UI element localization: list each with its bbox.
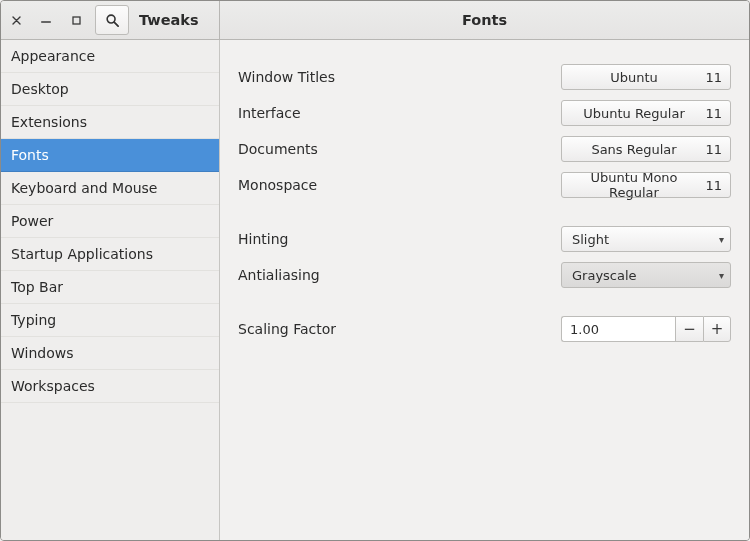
minimize-button[interactable] xyxy=(33,7,59,33)
sidebar-item-appearance[interactable]: Appearance xyxy=(1,40,219,73)
font-size: 11 xyxy=(705,173,722,197)
label-hinting: Hinting xyxy=(238,231,438,247)
sidebar-item-typing[interactable]: Typing xyxy=(1,304,219,337)
maximize-button[interactable] xyxy=(63,7,89,33)
font-size: 11 xyxy=(705,101,722,125)
scaling-factor-value[interactable]: 1.00 xyxy=(561,316,675,342)
dropdown-antialiasing[interactable]: Grayscale ▾ xyxy=(561,262,731,288)
font-name: Sans Regular xyxy=(570,142,698,157)
sidebar-item-keyboard-and-mouse[interactable]: Keyboard and Mouse xyxy=(1,172,219,205)
headerbar-left: Tweaks xyxy=(1,1,220,39)
label-window-titles: Window Titles xyxy=(238,69,438,85)
search-icon xyxy=(105,13,120,28)
sidebar-item-power[interactable]: Power xyxy=(1,205,219,238)
headerbar-right: Fonts xyxy=(220,1,749,39)
dropdown-hinting[interactable]: Slight ▾ xyxy=(561,226,731,252)
font-name: Ubuntu xyxy=(570,70,698,85)
label-antialiasing: Antialiasing xyxy=(238,267,438,283)
page-title: Fonts xyxy=(462,12,507,28)
app-title: Tweaks xyxy=(139,12,199,28)
dropdown-value: Grayscale xyxy=(572,268,719,283)
font-name: Ubuntu Regular xyxy=(570,106,698,121)
close-button[interactable] xyxy=(3,7,29,33)
font-button-documents[interactable]: Sans Regular 11 xyxy=(561,136,731,162)
chevron-down-icon: ▾ xyxy=(719,234,724,245)
svg-rect-0 xyxy=(73,17,80,24)
dropdown-value: Slight xyxy=(572,232,719,247)
font-button-monospace[interactable]: Ubuntu Mono Regular 11 xyxy=(561,172,731,198)
content-area: Window Titles Ubuntu 11 Interface Ubuntu… xyxy=(220,40,749,540)
label-interface: Interface xyxy=(238,105,438,121)
font-button-window-titles[interactable]: Ubuntu 11 xyxy=(561,64,731,90)
sidebar-item-fonts[interactable]: Fonts xyxy=(1,139,219,172)
scaling-factor-increment[interactable]: + xyxy=(703,316,731,342)
spinbox-scaling-factor: 1.00 − + xyxy=(561,316,731,342)
headerbar: Tweaks Fonts xyxy=(1,1,749,40)
sidebar-item-windows[interactable]: Windows xyxy=(1,337,219,370)
font-size: 11 xyxy=(705,65,722,89)
search-button[interactable] xyxy=(95,5,129,35)
chevron-down-icon: ▾ xyxy=(719,270,724,281)
sidebar-item-extensions[interactable]: Extensions xyxy=(1,106,219,139)
sidebar-item-desktop[interactable]: Desktop xyxy=(1,73,219,106)
label-scaling-factor: Scaling Factor xyxy=(238,321,438,337)
sidebar-item-top-bar[interactable]: Top Bar xyxy=(1,271,219,304)
sidebar-item-workspaces[interactable]: Workspaces xyxy=(1,370,219,403)
label-documents: Documents xyxy=(238,141,438,157)
sidebar-item-startup-applications[interactable]: Startup Applications xyxy=(1,238,219,271)
font-button-interface[interactable]: Ubuntu Regular 11 xyxy=(561,100,731,126)
font-size: 11 xyxy=(705,137,722,161)
label-monospace: Monospace xyxy=(238,177,438,193)
sidebar: AppearanceDesktopExtensionsFontsKeyboard… xyxy=(1,40,220,540)
font-name: Ubuntu Mono Regular xyxy=(570,170,698,200)
scaling-factor-decrement[interactable]: − xyxy=(675,316,703,342)
